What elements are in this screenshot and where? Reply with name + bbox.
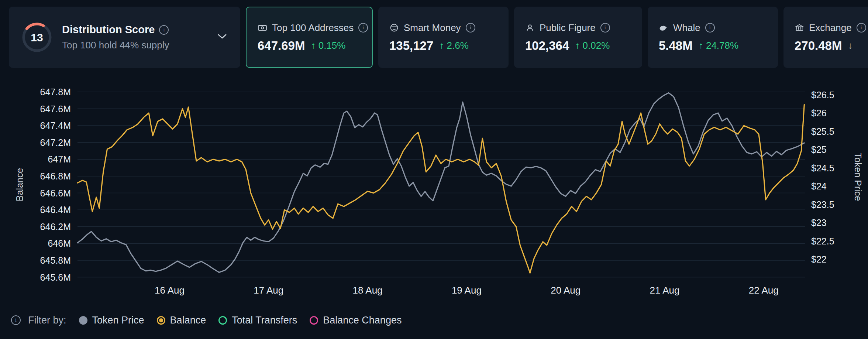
metric-label: Smart Money bbox=[404, 22, 461, 34]
metric-value-row: 5.48M ↑ 24.78% bbox=[659, 39, 767, 53]
svg-text:645.8M: 645.8M bbox=[40, 255, 71, 266]
svg-text:647M: 647M bbox=[48, 154, 71, 164]
svg-text:646.4M: 646.4M bbox=[40, 205, 71, 215]
metric-card-public-figure[interactable]: Public Figure i 102,364 ↑ 0.02% bbox=[514, 7, 642, 68]
token-price-line bbox=[78, 93, 804, 273]
metric-header: Top 100 Addresses i bbox=[258, 22, 361, 34]
info-icon[interactable]: i bbox=[600, 23, 610, 32]
metric-label: Exchange bbox=[809, 22, 852, 34]
svg-text:647.4M: 647.4M bbox=[40, 120, 71, 131]
chevron-down-icon[interactable] bbox=[217, 33, 228, 41]
filter-bar: i Filter by: Token Price Balance Total T… bbox=[11, 312, 402, 328]
distribution-text: Distribution Score i Top 100 hold 44% su… bbox=[62, 24, 169, 51]
right-axis-title: Token Price bbox=[853, 153, 863, 201]
metric-change: ↑ 2.6% bbox=[439, 40, 469, 51]
smart-money-icon bbox=[389, 23, 399, 32]
info-icon[interactable]: i bbox=[705, 23, 715, 32]
svg-text:$22.5: $22.5 bbox=[811, 236, 834, 246]
metric-label: Whale bbox=[673, 22, 700, 34]
distribution-title: Distribution Score bbox=[62, 24, 155, 36]
score-gauge: 13 bbox=[21, 22, 52, 53]
distribution-score-card[interactable]: 13 Distribution Score i Top 100 hold 44%… bbox=[9, 7, 240, 68]
token-analytics-dashboard: { "colors": { "accent_green": "#2fd185",… bbox=[0, 0, 868, 339]
metric-card-whale[interactable]: Whale i 5.48M ↑ 24.78% bbox=[648, 7, 778, 68]
metric-value: 135,127 bbox=[389, 39, 433, 53]
metric-card-smart-money[interactable]: Smart Money i 135,127 ↑ 2.6% bbox=[378, 7, 509, 68]
exchange-icon bbox=[795, 23, 804, 32]
svg-text:21 Aug: 21 Aug bbox=[650, 285, 680, 296]
svg-text:647.6M: 647.6M bbox=[40, 104, 71, 114]
svg-text:22 Aug: 22 Aug bbox=[749, 285, 779, 296]
svg-text:19 Aug: 19 Aug bbox=[452, 285, 482, 296]
svg-text:$23: $23 bbox=[811, 218, 827, 228]
svg-text:$24: $24 bbox=[811, 181, 827, 191]
metric-card-top-100-addresses[interactable]: Top 100 Addresses i 647.69M ↑ 0.15% bbox=[246, 7, 373, 68]
svg-text:646.2M: 646.2M bbox=[40, 222, 71, 232]
metric-value: 270.48M bbox=[795, 39, 842, 53]
legend-label: Balance bbox=[170, 315, 206, 326]
metric-header: Exchange i bbox=[795, 22, 868, 34]
public-figure-icon bbox=[525, 23, 535, 32]
metric-value: 5.48M bbox=[659, 39, 693, 53]
metric-value-row: 102,364 ↑ 0.02% bbox=[525, 39, 631, 53]
svg-text:$24.5: $24.5 bbox=[811, 163, 834, 173]
legend-label: Total Transfers bbox=[232, 315, 297, 326]
svg-text:$22: $22 bbox=[811, 254, 827, 264]
metric-header: Smart Money i bbox=[389, 22, 497, 34]
svg-text:647.8M: 647.8M bbox=[40, 87, 71, 97]
svg-text:$25: $25 bbox=[811, 144, 827, 155]
info-icon[interactable]: i bbox=[857, 23, 866, 32]
svg-text:646M: 646M bbox=[48, 238, 71, 249]
metric-value: 102,364 bbox=[525, 39, 569, 53]
metric-label: Top 100 Addresses bbox=[272, 22, 354, 34]
info-icon[interactable]: i bbox=[159, 25, 169, 35]
token-price-marker-icon bbox=[79, 316, 87, 325]
metric-change: ↑ 0.02% bbox=[575, 40, 610, 51]
metric-change: ↑ 24.78% bbox=[699, 40, 738, 51]
svg-text:$26: $26 bbox=[811, 108, 827, 118]
metric-value-row: 647.69M ↑ 0.15% bbox=[258, 39, 361, 53]
svg-text:646.8M: 646.8M bbox=[40, 171, 71, 181]
svg-text:20 Aug: 20 Aug bbox=[551, 285, 581, 296]
metric-header: Whale i bbox=[659, 22, 767, 34]
filter-by-label: Filter by: bbox=[28, 315, 66, 326]
balance-line bbox=[78, 105, 804, 273]
metric-header: Public Figure i bbox=[525, 22, 631, 34]
distribution-subtitle: Top 100 hold 44% supply bbox=[62, 40, 169, 51]
total-transfers-marker-icon bbox=[218, 316, 227, 325]
metric-card-exchange[interactable]: Exchange i 270.48M ↓ bbox=[783, 7, 868, 68]
svg-text:16 Aug: 16 Aug bbox=[155, 285, 185, 296]
legend-item-balance[interactable]: Balance bbox=[157, 315, 206, 326]
whale-icon bbox=[659, 23, 668, 32]
info-icon[interactable]: i bbox=[358, 23, 368, 32]
legend-item-token-price[interactable]: Token Price bbox=[79, 315, 144, 326]
svg-text:17 Aug: 17 Aug bbox=[254, 285, 283, 296]
metric-change: ↓ bbox=[848, 40, 852, 51]
metric-value-row: 135,127 ↑ 2.6% bbox=[389, 39, 497, 53]
svg-text:$25.5: $25.5 bbox=[811, 126, 834, 137]
banknote-icon bbox=[258, 23, 267, 32]
metric-change: ↑ 0.15% bbox=[311, 40, 345, 51]
balance-changes-marker-icon bbox=[310, 316, 318, 325]
info-icon[interactable]: i bbox=[11, 315, 21, 325]
score-value: 13 bbox=[31, 31, 43, 44]
legend-label: Token Price bbox=[92, 315, 144, 326]
svg-text:18 Aug: 18 Aug bbox=[353, 285, 383, 296]
legend-item-total-transfers[interactable]: Total Transfers bbox=[218, 315, 297, 326]
info-icon[interactable]: i bbox=[466, 23, 475, 32]
left-axis-title: Balance bbox=[14, 168, 25, 201]
balance-marker-icon bbox=[157, 316, 165, 325]
svg-text:$23.5: $23.5 bbox=[811, 199, 834, 210]
metric-cards-row: 13 Distribution Score i Top 100 hold 44%… bbox=[9, 7, 868, 68]
legend-label: Balance Changes bbox=[323, 315, 402, 326]
metric-label: Public Figure bbox=[540, 22, 596, 34]
svg-text:$26.5: $26.5 bbox=[811, 90, 834, 100]
metric-value: 647.69M bbox=[258, 39, 305, 53]
metric-value-row: 270.48M ↓ bbox=[795, 39, 868, 53]
svg-text:647.2M: 647.2M bbox=[40, 137, 71, 148]
legend-item-balance-changes[interactable]: Balance Changes bbox=[310, 315, 402, 326]
svg-text:645.6M: 645.6M bbox=[40, 272, 71, 282]
svg-text:646.6M: 646.6M bbox=[40, 188, 71, 198]
